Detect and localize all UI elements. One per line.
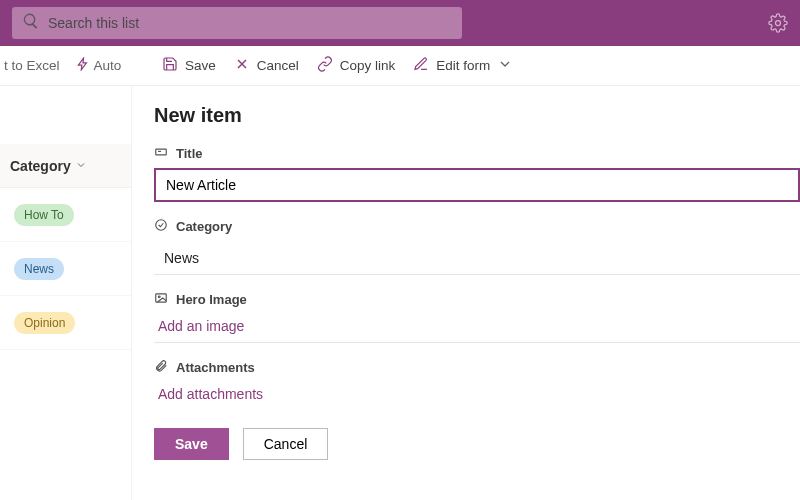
close-icon (234, 56, 250, 75)
new-item-panel: New item Title Category (132, 86, 800, 500)
add-attachments-link[interactable]: Add attachments (154, 382, 800, 410)
panel-title: New item (154, 104, 800, 127)
field-category: Category (154, 218, 800, 275)
field-title: Title (154, 145, 800, 202)
gear-icon (768, 19, 788, 36)
field-attachments: Attachments Add attachments (154, 359, 800, 410)
image-icon (154, 291, 168, 308)
cancel-command[interactable]: Cancel (234, 56, 299, 75)
command-bar: t to Excel Auto Save Cancel Copy link (0, 46, 800, 86)
svg-point-7 (158, 296, 160, 298)
category-pill: News (14, 258, 64, 280)
category-input[interactable] (154, 241, 800, 275)
edit-form-label: Edit form (436, 58, 490, 73)
chevron-down-icon (75, 158, 87, 174)
svg-rect-6 (156, 294, 167, 302)
save-button[interactable]: Save (154, 428, 229, 460)
command-partial-export[interactable]: t to Excel (4, 58, 60, 73)
cancel-button[interactable]: Cancel (243, 428, 329, 460)
category-pill: How To (14, 204, 74, 226)
settings-button[interactable] (768, 13, 788, 33)
command-bar-left-partial: t to Excel Auto (0, 57, 132, 74)
svg-point-5 (156, 220, 167, 231)
cancel-command-label: Cancel (257, 58, 299, 73)
search-icon (22, 12, 40, 34)
column-header-label: Category (10, 158, 71, 174)
save-icon (162, 56, 178, 75)
list-row[interactable]: Opinion (0, 296, 131, 350)
copy-link-label: Copy link (340, 58, 396, 73)
field-hero-image: Hero Image Add an image (154, 291, 800, 343)
edit-icon (413, 56, 429, 75)
search-input[interactable] (48, 15, 452, 31)
lightning-icon (76, 57, 90, 74)
form-footer: Save Cancel (154, 428, 800, 460)
edit-form-command[interactable]: Edit form (413, 56, 513, 75)
title-input[interactable] (154, 168, 800, 202)
list-background: Category How To News Opinion (0, 86, 132, 500)
attachment-icon (154, 359, 168, 376)
app-header (0, 0, 800, 46)
field-title-label: Title (176, 146, 203, 161)
list-row[interactable]: How To (0, 188, 131, 242)
field-hero-label: Hero Image (176, 292, 247, 307)
column-header-category[interactable]: Category (0, 144, 131, 188)
link-icon (317, 56, 333, 75)
svg-point-0 (776, 21, 781, 26)
save-command[interactable]: Save (162, 56, 216, 75)
search-box[interactable] (12, 7, 462, 39)
field-category-label: Category (176, 219, 232, 234)
list-row[interactable]: News (0, 242, 131, 296)
copy-link-command[interactable]: Copy link (317, 56, 396, 75)
chevron-down-icon (497, 56, 513, 75)
add-image-link[interactable]: Add an image (154, 314, 800, 343)
save-command-label: Save (185, 58, 216, 73)
text-field-icon (154, 145, 168, 162)
choice-icon (154, 218, 168, 235)
field-attach-label: Attachments (176, 360, 255, 375)
category-pill: Opinion (14, 312, 75, 334)
command-partial-automate[interactable]: Auto (94, 58, 122, 73)
